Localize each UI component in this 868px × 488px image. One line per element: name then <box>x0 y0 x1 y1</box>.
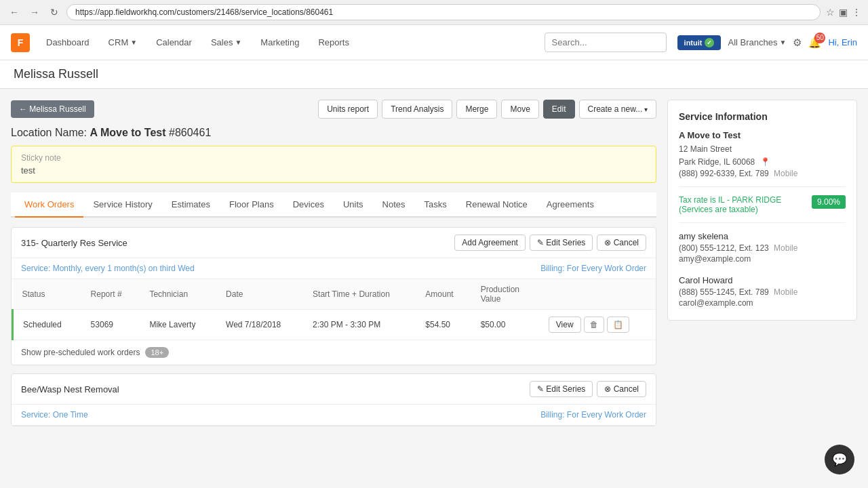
wo1-title: 315- Quarterly Res Service <box>21 238 127 248</box>
content-area: ← Melissa Russell Units report Trend Ana… <box>0 89 868 488</box>
tab-estimates[interactable]: Estimates <box>162 192 220 218</box>
cancel-button-2[interactable]: ⊗ Cancel <box>597 381 646 397</box>
pre-scheduled-label: Show pre-scheduled work orders <box>21 348 140 357</box>
wo1-table-header: Status Report # Technician Date Start Ti… <box>13 279 656 310</box>
view-button[interactable]: View <box>549 317 581 333</box>
trend-analysis-button[interactable]: Trend Analysis <box>382 100 452 119</box>
tab-work-orders[interactable]: Work Orders <box>15 192 83 218</box>
forward-nav-button[interactable]: → <box>27 5 42 19</box>
merge-button[interactable]: Merge <box>456 100 497 119</box>
url-bar[interactable] <box>66 4 821 20</box>
row-production: $50.00 <box>471 310 539 340</box>
delete-button[interactable]: 🗑 <box>584 317 604 333</box>
user-name[interactable]: Hi, Erin <box>828 37 857 47</box>
nav-crm[interactable]: CRM ▼ <box>100 33 146 52</box>
move-button[interactable]: Move <box>501 100 538 119</box>
row-technician: Mike Laverty <box>140 310 216 340</box>
refresh-button[interactable]: ↻ <box>47 5 61 19</box>
col-date: Date <box>216 279 303 310</box>
copy-button[interactable]: 📋 <box>607 317 629 333</box>
units-report-button[interactable]: Units report <box>318 100 378 119</box>
location-name-row: Location Name: A Move to Test #860461 <box>11 127 656 139</box>
pre-scheduled-count[interactable]: 18+ <box>145 347 169 358</box>
tab-floor-plans[interactable]: Floor Plans <box>220 192 283 218</box>
intuit-badge: intuit ✓ <box>677 35 722 50</box>
main-panel: ← Melissa Russell Units report Trend Ana… <box>11 100 656 478</box>
contact-2-phone-type: Mobile <box>774 287 797 297</box>
bookmark-icon[interactable]: ☆ <box>826 7 835 18</box>
action-bar: ← Melissa Russell Units report Trend Ana… <box>11 100 656 119</box>
contact-2-phone: (888) 555-1245, Ext. 789 Mobile <box>679 287 846 297</box>
back-nav-button[interactable]: ← <box>7 5 22 19</box>
pre-scheduled-row: Show pre-scheduled work orders 18+ <box>12 340 656 365</box>
edit-series-button-2[interactable]: ✎ Edit Series <box>530 381 593 397</box>
sidebar-divider-2 <box>679 222 846 223</box>
user-greeting: Hi, Erin <box>828 37 857 47</box>
wo2-service-info: Service: One Time Billing: For Every Wor… <box>12 405 656 426</box>
col-status: Status <box>13 279 81 310</box>
action-buttons: Units report Trend Analysis Merge Move E… <box>318 100 656 119</box>
work-order-2: Bee/Wasp Nest Removal ✎ Edit Series ⊗ Ca… <box>11 373 656 426</box>
work-order-1: 315- Quarterly Res Service Add Agreement… <box>11 227 656 365</box>
sidebar-divider-1 <box>679 186 846 187</box>
chat-icon: 💬 <box>832 452 847 467</box>
add-agreement-button[interactable]: Add Agreement <box>454 235 526 251</box>
nav-reports[interactable]: Reports <box>310 33 357 52</box>
search-input[interactable] <box>545 33 667 52</box>
sidebar-address-line1: 12 Main Street <box>679 143 846 156</box>
settings-icon[interactable]: ⚙ <box>793 37 802 49</box>
tab-service-history[interactable]: Service History <box>83 192 161 218</box>
col-production: ProductionValue <box>471 279 539 310</box>
tab-tasks[interactable]: Tasks <box>415 192 456 218</box>
contact-2-email: carol@example.com <box>679 298 846 308</box>
nav-calendar[interactable]: Calendar <box>148 33 200 52</box>
col-time: Start Time + Duration <box>303 279 416 310</box>
sidebar-location-name: A Move to Test <box>679 130 846 140</box>
nav-marketing[interactable]: Marketing <box>252 33 307 52</box>
wo2-billing-text: Billing: For Every Work Order <box>540 410 646 420</box>
intuit-check-icon: ✓ <box>705 38 714 47</box>
crm-dropdown-arrow: ▼ <box>130 39 137 46</box>
cancel-button-1[interactable]: ⊗ Cancel <box>597 235 646 251</box>
extension-icon[interactable]: ▣ <box>839 7 848 18</box>
edit-series-button-1[interactable]: ✎ Edit Series <box>530 235 593 251</box>
nav-dashboard[interactable]: Dashboard <box>38 33 98 52</box>
sidebar: Service Information A Move to Test 12 Ma… <box>667 100 857 321</box>
wo1-billing-text: Billing: For Every Work Order <box>540 264 646 273</box>
sticky-note: Sticky note test <box>11 146 656 183</box>
row-action-buttons: View 🗑 📋 <box>549 317 646 333</box>
wo1-service-info: Service: Monthly, every 1 month(s) on th… <box>12 258 656 279</box>
edit-button[interactable]: Edit <box>543 100 575 119</box>
contact-1-email: amy@example.com <box>679 254 846 264</box>
notifications-button[interactable]: 🔔 50 <box>808 37 821 49</box>
map-pin-icon[interactable]: 📍 <box>760 157 770 167</box>
contact-1-phone: (800) 555-1212, Ext. 123 Mobile <box>679 243 846 253</box>
menu-icon[interactable]: ⋮ <box>852 7 861 18</box>
wo1-header: 315- Quarterly Res Service Add Agreement… <box>12 228 656 258</box>
back-to-customer-button[interactable]: ← Melissa Russell <box>11 100 94 118</box>
sticky-note-label: Sticky note <box>21 153 646 163</box>
tax-label: Tax rate is IL - PARK RIDGE(Services are… <box>679 195 781 214</box>
wo2-service-text: Service: One Time <box>21 410 88 420</box>
page-header: Melissa Russell <box>0 60 868 89</box>
wo1-header-buttons: Add Agreement ✎ Edit Series ⊗ Cancel <box>454 235 646 251</box>
phone-type: Mobile <box>774 169 797 178</box>
wo1-table: Status Report # Technician Date Start Ti… <box>12 279 656 340</box>
tab-notes[interactable]: Notes <box>373 192 415 218</box>
app-logo: F <box>11 33 30 52</box>
sticky-note-text: test <box>21 165 646 176</box>
tab-agreements[interactable]: Agreements <box>537 192 604 218</box>
chat-widget-button[interactable]: 💬 <box>825 445 854 474</box>
nav-sales[interactable]: Sales ▼ <box>203 33 250 52</box>
col-technician: Technician <box>140 279 216 310</box>
col-actions <box>539 279 656 310</box>
tab-renewal-notice[interactable]: Renewal Notice <box>456 192 537 218</box>
page-title: Melissa Russell <box>14 67 854 81</box>
top-nav: F Dashboard CRM ▼ Calendar Sales ▼ Marke… <box>0 25 868 60</box>
tab-devices[interactable]: Devices <box>283 192 334 218</box>
tab-units[interactable]: Units <box>334 192 373 218</box>
create-new-button[interactable]: Create a new... <box>579 100 657 119</box>
row-date: Wed 7/18/2018 <box>216 310 303 340</box>
notification-count: 50 <box>814 33 825 43</box>
branches-button[interactable]: All Branches ▼ <box>728 37 786 47</box>
